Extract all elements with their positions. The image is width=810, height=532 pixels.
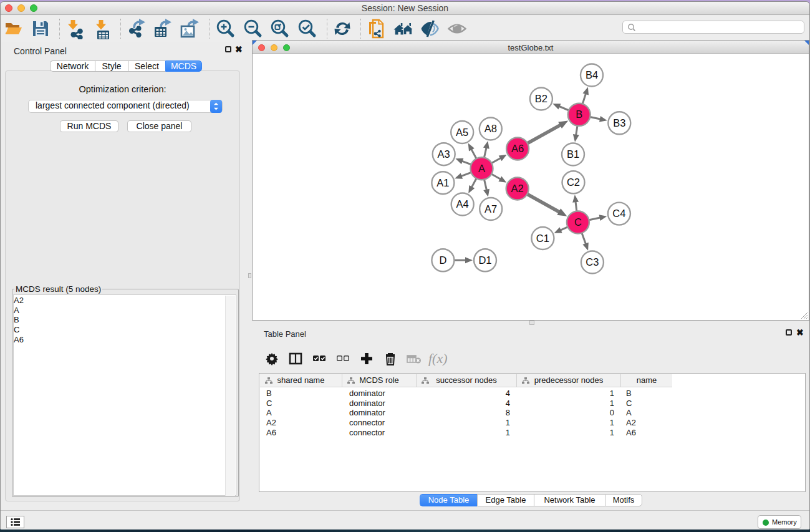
- svg-text:C1: C1: [536, 233, 549, 244]
- svg-text:A3: A3: [438, 148, 450, 160]
- svg-text:A4: A4: [456, 198, 469, 210]
- svg-text:B3: B3: [613, 117, 625, 128]
- svg-text:B2: B2: [535, 93, 547, 104]
- svg-text:C: C: [574, 216, 582, 228]
- svg-text:A8: A8: [485, 123, 497, 134]
- svg-text:B4: B4: [586, 69, 598, 80]
- svg-text:A2: A2: [511, 183, 524, 194]
- svg-text:A6: A6: [511, 143, 524, 154]
- svg-text:B1: B1: [567, 148, 579, 160]
- svg-text:A: A: [478, 163, 485, 174]
- svg-text:C2: C2: [567, 177, 580, 188]
- svg-text:D1: D1: [478, 254, 491, 266]
- svg-text:B: B: [576, 109, 582, 120]
- svg-text:D: D: [439, 254, 446, 266]
- svg-text:A1: A1: [436, 177, 449, 188]
- svg-text:C3: C3: [586, 256, 599, 268]
- svg-text:A7: A7: [485, 203, 497, 215]
- svg-text:A5: A5: [456, 127, 468, 138]
- svg-text:C4: C4: [612, 208, 625, 219]
